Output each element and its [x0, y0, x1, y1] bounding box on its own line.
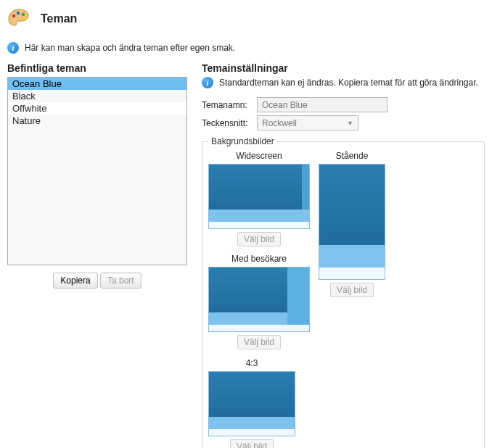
copy-button[interactable]: Kopiera [53, 273, 97, 289]
chevron-down-icon: ▼ [347, 120, 353, 127]
theme-settings-title: Temainställningar [202, 62, 485, 74]
list-item[interactable]: Black [8, 90, 186, 102]
list-item[interactable]: Ocean Blue [8, 78, 186, 90]
font-select-value: Rockwell [262, 118, 297, 128]
thumb-label-43: 4:3 [246, 358, 258, 368]
delete-button[interactable]: Ta bort [100, 273, 142, 289]
svg-point-0 [12, 14, 15, 17]
thumb-label-widescreen: Widescreen [236, 151, 282, 161]
theme-name-input[interactable] [257, 97, 388, 112]
list-item[interactable]: Nature [8, 115, 186, 127]
page-title: Teman [41, 12, 77, 25]
existing-themes-title: Befintliga teman [7, 62, 187, 74]
font-label: Teckensnitt: [202, 118, 253, 128]
theme-listbox[interactable]: Ocean Blue Black Offwhite Nature [7, 77, 187, 265]
theme-name-label: Temanamn: [202, 100, 253, 110]
font-select[interactable]: Rockwell ▼ [257, 115, 358, 130]
list-item[interactable]: Offwhite [8, 102, 186, 115]
thumb-label-visitor: Med besökare [231, 254, 287, 264]
info-main-text: Här kan man skapa och ändra teman efter … [25, 43, 235, 53]
background-images-legend: Bakgrundsbilder [208, 136, 277, 146]
palette-icon [7, 7, 30, 30]
svg-point-2 [22, 13, 25, 16]
thumb-portrait[interactable] [319, 164, 385, 280]
pick-image-button[interactable]: Välj bild [237, 232, 281, 246]
info-icon: i [7, 42, 19, 54]
thumb-label-portrait: Stående [336, 151, 369, 161]
thumb-43[interactable] [208, 371, 295, 436]
info-settings-row: i Standardteman kan ej ändras. Kopiera t… [202, 77, 485, 88]
svg-point-3 [24, 17, 27, 20]
thumb-with-visitor[interactable] [208, 267, 310, 332]
info-settings-text: Standardteman kan ej ändras. Kopiera tem… [219, 78, 478, 88]
info-main-row: i Här kan man skapa och ändra teman efte… [7, 42, 485, 54]
header: Teman [7, 7, 485, 30]
background-images-group: Bakgrundsbilder Widescreen Välj bild Med… [202, 136, 485, 448]
pick-image-button[interactable]: Välj bild [237, 335, 281, 349]
svg-point-1 [17, 12, 20, 14]
thumb-widescreen[interactable] [208, 164, 310, 229]
info-icon: i [202, 77, 213, 88]
pick-image-button[interactable]: Välj bild [330, 283, 374, 297]
pick-image-button[interactable]: Välj bild [230, 439, 274, 448]
